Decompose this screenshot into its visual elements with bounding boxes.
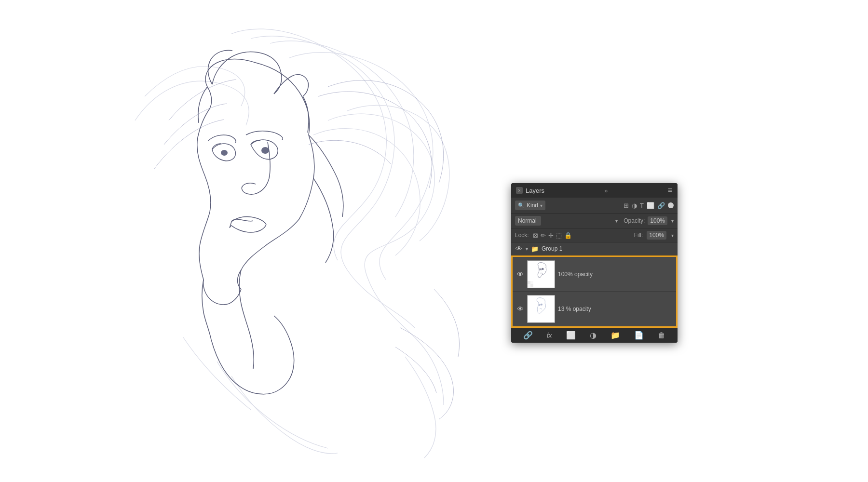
svg-point-9	[540, 268, 541, 270]
svg-point-1	[261, 147, 269, 154]
svg-rect-0	[0, 0, 511, 482]
layer-thumb-inner	[528, 295, 555, 322]
panel-footer: 🔗 fx ⬜ ◑ 📁 📄 🗑	[511, 328, 678, 343]
svg-point-11	[541, 304, 542, 306]
opacity-label: Opacity:	[624, 217, 645, 224]
lock-artboard-icon[interactable]: ⬚	[556, 232, 562, 239]
group-expand-arrow[interactable]: ▾	[526, 246, 528, 252]
group-row: 👁 ▾ 📁 Group 1	[511, 242, 678, 255]
svg-rect-4	[528, 281, 530, 284]
add-mask-icon[interactable]: ⬜	[566, 331, 576, 340]
blend-mode-wrapper[interactable]: Normal Multiply Screen Overlay	[515, 216, 621, 226]
panel-header-left: × Layers	[516, 187, 544, 194]
lock-icons-group: ⊠ ✏ ✛ ⬚ 🔒	[533, 232, 572, 239]
canvas-area	[0, 0, 868, 482]
filter-search-wrapper[interactable]: 🔍 Kind ▾	[515, 201, 545, 210]
new-group-icon[interactable]: 📁	[610, 331, 620, 340]
lock-transparent-icon[interactable]: ⊠	[533, 232, 538, 239]
svg-rect-10	[528, 295, 555, 322]
layer-thumb-svg	[528, 261, 555, 288]
svg-rect-5	[530, 281, 533, 284]
lock-label: Lock:	[515, 232, 529, 239]
opacity-value[interactable]: 100%	[648, 216, 667, 225]
layer-item[interactable]: 👁	[513, 257, 676, 292]
link-layers-icon[interactable]: 🔗	[523, 331, 533, 340]
svg-point-12	[539, 305, 541, 306]
layer-visibility-icon[interactable]: 👁	[516, 270, 524, 278]
panel-collapse-button[interactable]: »	[604, 187, 608, 194]
mask-filter-icon[interactable]: 🔗	[657, 202, 665, 209]
filter-kind-label: Kind	[527, 202, 538, 209]
group-visibility-icon[interactable]: 👁	[515, 245, 523, 253]
fill-value[interactable]: 100%	[647, 231, 666, 240]
layer-thumb-inner	[528, 261, 555, 288]
circle-filter-icon[interactable]	[668, 202, 674, 208]
filter-row: 🔍 Kind ▾ ⊞ ◑ T ⬜ 🔗	[511, 198, 678, 214]
filter-icons: ⊞ ◑ T ⬜ 🔗	[624, 202, 674, 209]
pixel-filter-icon[interactable]: ⊞	[624, 202, 629, 209]
layer-opacity-label: 13 % opacity	[558, 306, 672, 312]
group-name-label: Group 1	[542, 245, 674, 252]
sketch-canvas	[0, 0, 511, 482]
layer-opacity-label: 100% opacity	[558, 271, 672, 278]
fill-dropdown-arrow[interactable]: ▾	[671, 233, 674, 238]
search-icon: 🔍	[518, 202, 525, 209]
layers-panel: × Layers » ≡ 🔍 Kind ▾ ⊞ ◑ T ⬜ 🔗 Normal M…	[511, 183, 678, 343]
opacity-dropdown-arrow[interactable]: ▾	[671, 218, 674, 224]
layer-thumbnail	[527, 295, 555, 323]
blend-mode-select[interactable]: Normal Multiply Screen Overlay	[515, 216, 541, 226]
adjustment-layer-icon[interactable]: ◑	[590, 331, 597, 340]
panel-header: × Layers » ≡	[511, 183, 678, 198]
fill-label: Fill:	[634, 232, 643, 239]
lock-position-icon[interactable]: ✛	[548, 232, 554, 239]
blend-opacity-row: Normal Multiply Screen Overlay Opacity: …	[511, 214, 678, 228]
layer-visibility-icon[interactable]: 👁	[516, 305, 524, 313]
panel-title: Layers	[526, 187, 544, 194]
svg-rect-7	[530, 284, 533, 287]
kind-dropdown-arrow: ▾	[540, 203, 542, 208]
panel-close-button[interactable]: ×	[516, 187, 523, 194]
folder-icon: 📁	[531, 245, 539, 253]
shape-filter-icon[interactable]: ⬜	[647, 202, 654, 209]
text-filter-icon[interactable]: T	[640, 202, 644, 209]
layers-list: 👁	[511, 255, 678, 328]
svg-point-8	[542, 268, 543, 270]
lock-row: Lock: ⊠ ✏ ✛ ⬚ 🔒 Fill: 100% ▾	[511, 228, 678, 242]
svg-rect-6	[528, 284, 530, 287]
delete-layer-icon[interactable]: 🗑	[658, 331, 665, 340]
fx-icon[interactable]: fx	[547, 332, 552, 339]
gradient-filter-icon[interactable]: ◑	[632, 202, 637, 209]
new-layer-icon[interactable]: 📄	[634, 331, 644, 340]
layer-thumbnail	[527, 260, 555, 288]
svg-point-2	[221, 150, 228, 156]
layer-thumb-svg	[528, 295, 555, 322]
layer-item[interactable]: 👁	[513, 292, 676, 326]
panel-menu-button[interactable]: ≡	[668, 186, 673, 195]
lock-all-icon[interactable]: 🔒	[564, 232, 572, 239]
lock-image-icon[interactable]: ✏	[541, 232, 546, 239]
close-icon: ×	[518, 188, 521, 193]
